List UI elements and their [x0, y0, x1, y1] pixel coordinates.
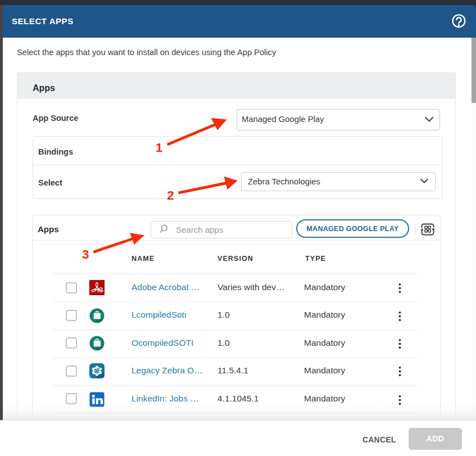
svg-text:2: 2	[167, 188, 174, 202]
svg-text:1: 1	[156, 141, 163, 155]
svg-text:3: 3	[82, 247, 89, 261]
